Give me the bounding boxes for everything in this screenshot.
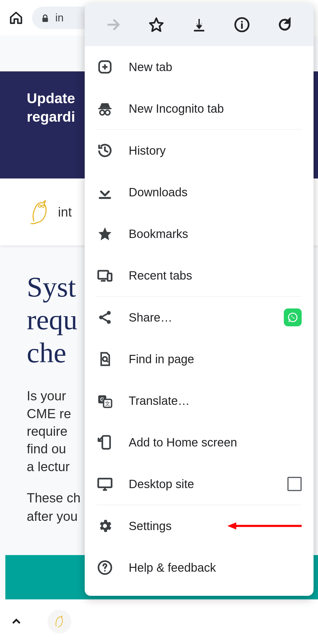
incognito-icon [97,100,113,117]
svg-rect-12 [98,108,112,109]
svg-rect-33 [102,436,110,449]
svg-point-1 [38,205,41,207]
site-chip[interactable] [48,610,71,634]
whatsapp-icon[interactable] [284,308,302,326]
svg-rect-0 [42,18,48,22]
svg-rect-34 [98,479,112,487]
menu-item-label: Desktop site [129,477,272,491]
svg-point-2 [42,205,44,207]
devices-icon [97,267,113,284]
bookmark-star-button[interactable] [147,16,165,34]
svg-line-24 [103,314,107,316]
expand-icon[interactable] [10,616,22,628]
menu-item-label: Translate… [129,394,302,408]
gear-icon [97,518,113,534]
menu-translate[interactable]: G文 Translate… [85,380,314,422]
svg-point-41 [104,570,106,571]
downloads-icon [97,184,113,200]
bottom-bar [0,599,318,644]
add-to-home-icon [97,434,113,451]
menu-item-label: Recent tabs [129,269,302,282]
menu-item-label: Add to Home screen [129,436,302,449]
menu-toolbar [85,3,314,46]
lock-icon [41,14,49,22]
svg-point-21 [107,311,111,315]
svg-line-25 [103,318,107,321]
chrome-menu: New tab New Incognito tab History Downlo… [85,3,314,596]
menu-add-to-home-screen[interactable]: Add to Home screen [85,422,314,463]
menu-settings[interactable]: Settings [85,505,314,547]
share-icon [97,309,113,326]
menu-item-label: History [129,144,302,157]
menu-new-tab[interactable]: New tab [85,46,314,88]
menu-item-label: New tab [129,60,302,74]
reload-button[interactable] [276,16,294,34]
svg-rect-20 [108,273,112,281]
menu-item-label: Help & feedback [129,561,302,574]
menu-item-label: Find in page [129,352,302,366]
find-in-page-icon [97,351,113,367]
menu-help-feedback[interactable]: Help & feedback [85,547,314,588]
menu-new-incognito-tab[interactable]: New Incognito tab [85,88,314,129]
menu-item-label: New Incognito tab [129,102,302,115]
translate-icon: G文 [97,392,113,409]
svg-point-14 [105,110,110,115]
svg-point-23 [107,320,111,324]
menu-item-label: Downloads [129,186,302,199]
menu-downloads[interactable]: Downloads [85,171,314,213]
menu-item-label: Bookmarks [129,227,302,241]
menu-desktop-site[interactable]: Desktop site [85,463,314,505]
desktop-icon [97,476,113,492]
svg-marker-17 [98,227,111,240]
url-text: in [55,12,64,24]
menu-find-in-page[interactable]: Find in page [85,338,314,380]
plus-box-icon [97,59,113,75]
menu-history[interactable]: History [85,130,314,171]
menu-item-label: Share… [129,311,268,324]
download-button[interactable] [190,16,208,34]
svg-point-22 [99,316,103,319]
svg-marker-4 [150,18,163,31]
svg-point-37 [103,524,107,528]
brand-logo: int [30,199,72,225]
brand-text: int [58,205,72,220]
info-button[interactable] [233,16,251,34]
menu-recent-tabs[interactable]: Recent tabs [85,255,314,296]
menu-share[interactable]: Share… [85,297,314,338]
svg-point-27 [103,357,107,361]
desktop-site-checkbox[interactable] [287,477,302,491]
menu-item-label: Settings [129,519,302,533]
history-icon [97,142,113,159]
menu-bookmarks[interactable]: Bookmarks [85,213,314,255]
help-icon [97,559,113,576]
svg-line-28 [106,361,108,362]
home-button[interactable] [9,11,23,25]
forward-button[interactable] [105,16,122,34]
svg-rect-5 [194,30,204,31]
star-icon [97,225,113,242]
svg-point-8 [241,21,243,22]
svg-point-13 [100,110,105,115]
svg-text:文: 文 [105,401,110,407]
